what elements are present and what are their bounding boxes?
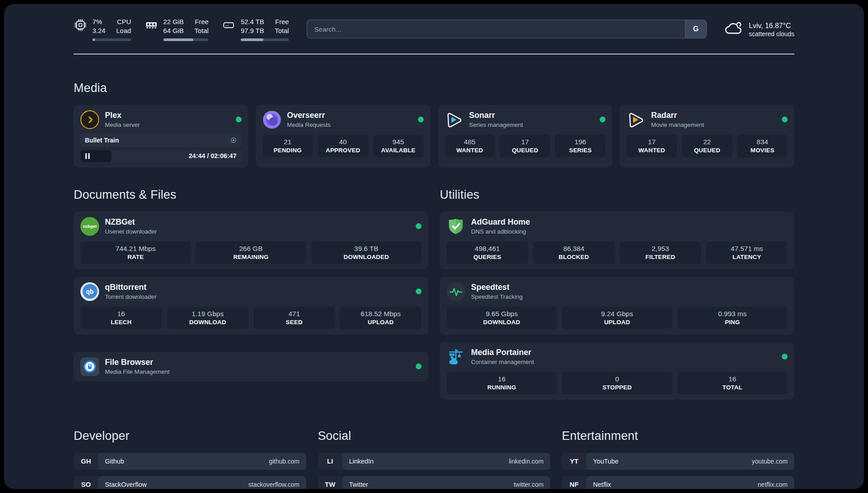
app-name: Plex [105, 111, 140, 120]
bookmark-name: Netflix [593, 481, 611, 488]
section-title-entertainment: Entertainment [562, 429, 794, 443]
adguard-icon [447, 217, 465, 236]
cpu-load-label: Load [116, 26, 131, 35]
disk-free-label: Free [275, 17, 289, 26]
stat-box: 39.6 TB DOWNLOADED [311, 242, 421, 264]
search-bar: G [307, 20, 707, 38]
bookmark-name: Github [105, 458, 124, 465]
plex-icon [80, 110, 99, 129]
ram-free-value: 22 GiB [163, 17, 184, 26]
stat-value: 471 [255, 310, 334, 318]
bookmark-url: github.com [269, 458, 299, 465]
section-title-media: Media [74, 81, 794, 95]
bookmark-abbr: YT [562, 453, 586, 470]
app-card-speedtest[interactable]: Speedtest Speedtest Tracking 9.65 Gbps D… [440, 277, 794, 334]
stat-value: 47.571 ms [708, 245, 786, 253]
stat-label: PING [679, 319, 786, 326]
stat-label: QUERIES [448, 254, 526, 260]
status-online-dot [782, 117, 788, 122]
stat-value: 21 [264, 138, 311, 146]
stat-value: 0.993 ms [679, 310, 786, 318]
app-card-plex[interactable]: Plex Media server Bullet Train [74, 105, 248, 167]
bookmark-twitter[interactable]: TW Twitter twitter.com [318, 476, 551, 489]
stat-label: UPLOAD [563, 319, 670, 326]
app-card-sonarr[interactable]: Sonarr Series management 485 WANTED 17 Q… [438, 105, 613, 167]
app-description: Container management [471, 359, 534, 365]
pause-icon[interactable] [85, 153, 90, 159]
stat-value: 39.6 TB [313, 245, 420, 253]
bookmark-youtube[interactable]: YT YouTube youtube.com [562, 453, 794, 470]
disk-total-label: Total [275, 26, 289, 35]
stat-box: 16 LEECH [80, 307, 162, 329]
app-name: Overseerr [287, 111, 331, 120]
ram-progress-bar [163, 38, 209, 41]
app-card-qbittorrent[interactable]: qb qBittorrent Torrent downloader 16 LEE… [74, 277, 428, 334]
search-engine-button[interactable]: G [685, 20, 706, 38]
stat-value: 266 GB [197, 245, 304, 253]
weather-widget: Lviv, 16.87°C scattered clouds [724, 19, 794, 39]
stat-value: 1.19 Gbps [169, 310, 247, 318]
app-description: Torrent downloader [105, 293, 157, 300]
app-card-adguard[interactable]: AdGuard Home DNS and adblocking 498,461 … [440, 212, 794, 269]
stat-label: FILTERED [622, 254, 700, 260]
stat-label: TOTAL [679, 384, 786, 391]
stat-value: 834 [739, 138, 786, 146]
stat-box: 9.65 Gbps DOWNLOAD [447, 307, 557, 329]
stat-box: 618.52 Mbps UPLOAD [340, 307, 421, 329]
stat-label: LEECH [82, 319, 160, 326]
stat-value: 744.21 Mbps [82, 245, 189, 253]
status-online-dot [600, 117, 605, 122]
app-name: qBittorrent [105, 283, 157, 292]
bookmark-netflix[interactable]: NF Netflix netflix.com [562, 476, 794, 489]
stat-label: SEED [255, 319, 334, 326]
bookmark-name: Twitter [349, 481, 368, 488]
stat-label: RUNNING [448, 384, 555, 391]
app-card-nzbget[interactable]: nzbget NZBGet Usenet downloader 744.21 M… [74, 212, 428, 269]
bookmark-url: youtube.com [752, 458, 788, 465]
cpu-usage: 7% [92, 17, 105, 26]
stat-box: 266 GB REMAINING [196, 242, 306, 264]
stat-label: AVAILABLE [375, 147, 422, 154]
section-media: Media Plex Media server Bullet Train [74, 81, 794, 167]
bookmark-url: twitter.com [513, 481, 543, 488]
app-description: DNS and adblocking [471, 228, 530, 235]
app-card-filebrowser[interactable]: File Browser Media File Management [74, 352, 428, 381]
qbittorrent-icon: qb [80, 282, 99, 301]
app-name: Sonarr [469, 111, 523, 120]
bookmark-linkedin[interactable]: LI LinkedIn linkedin.com [318, 453, 551, 470]
bookmark-stackoverflow[interactable]: SO StackOverflow stackoverflow.com [74, 476, 306, 489]
stat-label: DOWNLOADED [313, 254, 420, 260]
stat-box: 0.993 ms PING [677, 307, 788, 329]
app-card-overseerr[interactable]: Overseerr Media Requests 21 PENDING 40 A… [256, 105, 430, 167]
search-input[interactable] [307, 20, 685, 38]
section-documents: Documents & Files nzbget NZBGet Usenet d… [74, 188, 428, 400]
stat-box: 40 APPROVED [318, 135, 368, 157]
stat-label: LATENCY [708, 254, 786, 260]
stat-box: 744.21 Mbps RATE [80, 242, 191, 264]
app-card-portainer[interactable]: Media Portainer Container management 16 … [440, 342, 794, 400]
status-online-dot [236, 117, 242, 122]
stat-box: 9.24 Gbps UPLOAD [562, 307, 672, 329]
cpu-progress-bar [92, 38, 131, 41]
ram-total-value: 64 GiB [163, 26, 184, 35]
stat-value: 86,384 [535, 245, 613, 253]
stat-value: 945 [375, 138, 422, 146]
stat-value: 618.52 Mbps [342, 310, 420, 318]
bookmark-url: netflix.com [758, 481, 788, 488]
stat-label: REMAINING [197, 254, 304, 260]
bookmark-github[interactable]: GH Github github.com [74, 453, 306, 470]
stat-label: BLOCKED [535, 254, 613, 260]
weather-location: Lviv, 16.87°C [749, 21, 794, 31]
stat-box: 834 MOVIES [737, 135, 788, 157]
bookmark-abbr: TW [318, 476, 342, 489]
section-title-documents: Documents & Files [74, 188, 428, 202]
app-description: Usenet downloader [105, 228, 157, 235]
bookmark-abbr: LI [318, 453, 342, 470]
playback-progress-bar: 24:44 / 02:06:47 [80, 150, 242, 162]
disk-icon [222, 18, 235, 33]
section-social: Social LI LinkedIn linkedin.com TW Twitt… [318, 429, 551, 489]
stat-label: WANTED [447, 147, 493, 154]
app-card-radarr[interactable]: Radarr Movie management 17 WANTED 22 QUE… [620, 105, 794, 167]
app-description: Media server [105, 121, 140, 128]
app-name: Speedtest [471, 283, 523, 292]
